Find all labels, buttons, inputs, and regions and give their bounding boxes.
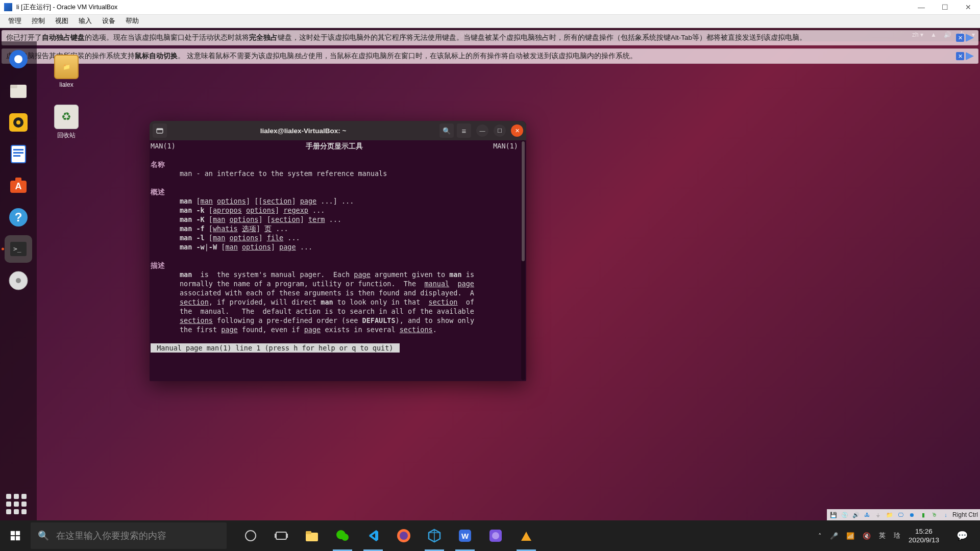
task-app-orange[interactable] — [511, 520, 541, 551]
task-vscode[interactable] — [358, 520, 388, 551]
svg-rect-26 — [11, 536, 15, 540]
tray-ime-mode[interactable]: 琀 — [894, 531, 900, 540]
system-tray: ˄ 🎤 📶 🔇 英 琀 15:26 2020/9/13 💬 — [818, 527, 980, 544]
guest-display: 活动 9月13日 星期日 15:26 zh ▾ ▲ 🔊 ⏻ ▾ 你已打开了 自动… — [0, 28, 980, 520]
dock-files[interactable] — [5, 77, 32, 105]
vb-keyboard-icon[interactable]: ↓ — [941, 511, 950, 519]
svg-text:?: ? — [15, 210, 22, 224]
menu-input[interactable]: 输入 — [74, 16, 97, 27]
menu-view[interactable]: 视图 — [50, 16, 74, 27]
desktop-trash[interactable]: ♻ 回收站 — [46, 105, 87, 140]
search-button[interactable]: 🔍 — [439, 123, 454, 138]
windows-taskbar: 🔍 在这里输入你要搜索的内容 W ˄ 🎤 📶 🔇 英 琀 15:26 2020/… — [0, 520, 980, 551]
dock-thunderbird[interactable] — [5, 45, 32, 73]
pager-status-line: Manual page man(1) line 1 (press h for h… — [151, 343, 400, 353]
action-center-button[interactable]: 💬 — [947, 530, 977, 541]
task-cortana[interactable] — [236, 520, 265, 551]
tray-wifi-icon[interactable]: 📶 — [846, 532, 854, 540]
host-key-label: Right Ctrl — [952, 511, 978, 518]
task-file-explorer[interactable] — [297, 520, 327, 551]
svg-rect-10 — [13, 152, 23, 154]
trash-icon: ♻ — [54, 105, 79, 129]
virtualbox-icon — [4, 3, 12, 11]
terminal-close-button[interactable]: ✕ — [511, 124, 523, 137]
svg-point-28 — [246, 531, 256, 541]
dock-ubuntu-software[interactable]: A — [5, 172, 32, 199]
vb-usb-icon[interactable]: ⏚ — [874, 511, 883, 519]
notification-close-icon[interactable]: ✕ — [956, 34, 964, 42]
svg-point-6 — [16, 120, 20, 124]
vb-cpu-icon[interactable]: ▮ — [919, 511, 928, 519]
tray-volume-icon[interactable]: 🔇 — [863, 532, 871, 540]
desktop-icon-label: 回收站 — [46, 131, 87, 140]
tray-ime-lang[interactable]: 英 — [879, 531, 886, 540]
vb-shared-folder-icon[interactable]: 📁 — [885, 511, 894, 519]
terminal-minimize-button[interactable]: — — [476, 124, 488, 137]
desktop-home-folder[interactable]: 📁 lialex — [46, 55, 87, 88]
task-task-view[interactable] — [266, 520, 296, 551]
svg-rect-33 — [306, 531, 311, 534]
svg-rect-3 — [10, 85, 17, 88]
svg-point-41 — [492, 532, 499, 539]
vb-hdd-icon[interactable]: 💾 — [829, 511, 838, 519]
vb-display-icon[interactable]: 🖵 — [896, 511, 905, 519]
menu-manage[interactable]: 管理 — [3, 16, 27, 27]
tray-expand-icon[interactable]: ˄ — [818, 532, 822, 540]
vb-optical-icon[interactable]: 💿 — [840, 511, 849, 519]
virtualbox-menubar: 管理 控制 视图 输入 设备 帮助 — [0, 15, 980, 28]
dock-disc[interactable] — [5, 267, 32, 294]
terminal-scrollbar[interactable] — [521, 140, 525, 380]
vb-mouse-icon[interactable]: 🖰 — [930, 511, 939, 519]
svg-point-35 — [341, 534, 349, 541]
svg-rect-23 — [157, 129, 163, 130]
task-wps[interactable]: W — [450, 520, 480, 551]
terminal-title: lialex@lialex-VirtualBox: ~ — [170, 127, 436, 135]
taskbar-clock[interactable]: 15:26 2020/9/13 — [909, 527, 939, 544]
svg-rect-29 — [276, 532, 286, 539]
menu-devices[interactable]: 设备 — [97, 16, 120, 27]
svg-point-1 — [14, 55, 22, 63]
taskbar-search-box[interactable]: 🔍 在这里输入你要搜索的内容 — [31, 522, 227, 549]
task-virtualbox[interactable] — [420, 520, 449, 551]
mouse-integration-notification: 虚拟电脑报告其内所安装的操作系统支持 鼠标自动切换 。 这意味着鼠标不需要为该虚… — [2, 48, 978, 64]
maximize-button[interactable]: ☐ — [933, 0, 957, 15]
menu-control[interactable]: 控制 — [27, 16, 50, 27]
virtualbox-status-bar: 💾 💿 🔊 🖧 ⏚ 📁 🖵 ⏺ ▮ 🖰 ↓ Right Ctrl — [827, 509, 980, 520]
dock-rhythmbox[interactable] — [5, 109, 32, 136]
folder-icon: 📁 — [54, 55, 79, 79]
task-app-purple[interactable] — [481, 520, 510, 551]
dock-terminal[interactable]: >_ — [5, 235, 32, 263]
vb-audio-icon[interactable]: 🔊 — [851, 511, 861, 519]
dock-help[interactable]: ? — [5, 204, 32, 231]
svg-text:A: A — [15, 181, 22, 191]
notification-next-icon[interactable] — [966, 34, 974, 42]
notification-next-icon[interactable] — [966, 52, 974, 60]
new-tab-button[interactable] — [153, 123, 167, 138]
svg-rect-31 — [286, 534, 288, 538]
close-button[interactable]: ✕ — [957, 0, 980, 15]
minimize-button[interactable]: — — [910, 0, 933, 15]
task-wechat[interactable] — [328, 520, 357, 551]
dock-libreoffice-writer[interactable] — [5, 140, 32, 168]
tray-mic-icon[interactable]: 🎤 — [830, 532, 838, 540]
terminal-maximize-button[interactable]: ☐ — [494, 124, 506, 137]
desktop-icon-label: lialex — [46, 81, 87, 88]
show-applications-button[interactable] — [6, 494, 27, 514]
search-placeholder: 在这里输入你要搜索的内容 — [56, 530, 166, 542]
terminal-headerbar: lialex@lialex-VirtualBox: ~ 🔍 ≡ — ☐ ✕ — [150, 121, 526, 140]
ubuntu-dock: A ? >_ — [0, 41, 37, 520]
notification-close-icon[interactable]: ✕ — [956, 52, 964, 60]
svg-rect-27 — [16, 536, 20, 540]
vb-network-icon[interactable]: 🖧 — [863, 511, 872, 519]
svg-rect-24 — [11, 531, 15, 535]
hamburger-menu-button[interactable]: ≡ — [457, 123, 471, 138]
host-window-titlebar: li [正在运行] - Oracle VM VirtualBox — ☐ ✕ — [0, 0, 980, 15]
svg-point-37 — [400, 532, 408, 540]
svg-text:>_: >_ — [13, 245, 21, 253]
start-button[interactable] — [0, 520, 31, 551]
vb-recording-icon[interactable]: ⏺ — [908, 511, 917, 519]
terminal-content[interactable]: MAN(1)手册分页显示工具MAN(1) 名称 man - an interfa… — [150, 140, 520, 381]
gnome-terminal-window: lialex@lialex-VirtualBox: ~ 🔍 ≡ — ☐ ✕ MA… — [150, 121, 526, 381]
task-firefox[interactable] — [389, 520, 419, 551]
menu-help[interactable]: 帮助 — [120, 16, 144, 27]
